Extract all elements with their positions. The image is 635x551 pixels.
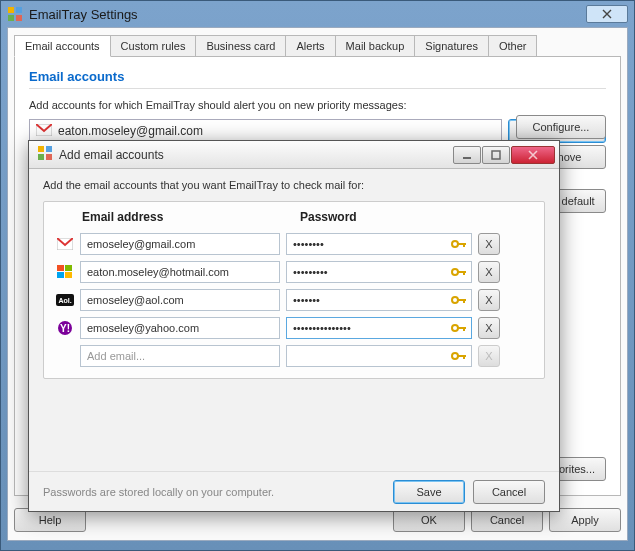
titlebar[interactable]: EmailTray Settings (1, 1, 634, 27)
remove-row-button[interactable]: X (478, 289, 500, 311)
remove-row-button[interactable]: X (478, 233, 500, 255)
account-row: Aol. emoseley@aol.com ••••••• X (56, 286, 532, 314)
minimize-button[interactable] (453, 146, 481, 164)
svg-rect-7 (38, 154, 44, 160)
dialog-footer: Passwords are stored locally on your com… (29, 471, 559, 511)
svg-rect-1 (16, 7, 22, 13)
footer-note: Passwords are stored locally on your com… (43, 486, 385, 498)
email-field[interactable]: emoseley@yahoo.com (80, 317, 280, 339)
remove-row-button[interactable]: X (478, 261, 500, 283)
svg-rect-17 (57, 272, 64, 278)
configure-button[interactable]: Configure... (516, 115, 606, 139)
yahoo-icon: Y! (56, 320, 74, 336)
maximize-button[interactable] (482, 146, 510, 164)
key-icon (451, 237, 467, 251)
svg-rect-10 (492, 151, 500, 159)
section-title: Email accounts (29, 69, 606, 89)
gmail-icon (56, 236, 74, 252)
email-field[interactable]: eaton.moseley@hotmail.com (80, 261, 280, 283)
dialog-titlebar[interactable]: Add email accounts (29, 141, 559, 169)
svg-rect-3 (16, 15, 22, 21)
remove-row-button[interactable]: X (478, 317, 500, 339)
app-icon (7, 6, 23, 22)
tab-signatures[interactable]: Signatures (414, 35, 489, 57)
svg-rect-6 (46, 146, 52, 152)
tab-other[interactable]: Other (488, 35, 538, 57)
svg-rect-26 (463, 299, 465, 303)
password-field[interactable]: ••••••••••••••• (286, 317, 472, 339)
password-field[interactable] (286, 345, 472, 367)
svg-rect-8 (46, 154, 52, 160)
svg-rect-31 (463, 327, 465, 331)
svg-point-29 (452, 325, 458, 331)
account-row: Y! emoseley@yahoo.com ••••••••••••••• X (56, 314, 532, 342)
svg-rect-14 (463, 243, 465, 247)
window-close-button[interactable] (586, 5, 628, 23)
svg-point-24 (452, 297, 458, 303)
svg-rect-9 (463, 157, 471, 159)
tab-email-accounts[interactable]: Email accounts (14, 35, 111, 57)
account-email: eaton.moseley@gmail.com (58, 124, 203, 138)
svg-rect-2 (8, 15, 14, 21)
instruction-text: Add accounts for which EmailTray should … (29, 99, 606, 111)
accounts-grid: Email address Password emoseley@gmail.co… (43, 201, 545, 379)
tab-business-card[interactable]: Business card (195, 35, 286, 57)
save-button[interactable]: Save (393, 480, 465, 504)
account-row: eaton.moseley@hotmail.com ••••••••• X (56, 258, 532, 286)
svg-point-12 (452, 241, 458, 247)
dialog-title: Add email accounts (59, 148, 164, 162)
key-icon (451, 265, 467, 279)
svg-rect-21 (463, 271, 465, 275)
svg-rect-34 (463, 355, 465, 359)
dialog-cancel-button[interactable]: Cancel (473, 480, 545, 504)
windows-icon (56, 264, 74, 280)
svg-text:Aol.: Aol. (58, 297, 71, 304)
email-field[interactable]: emoseley@aol.com (80, 289, 280, 311)
tab-alerts[interactable]: Alerts (285, 35, 335, 57)
svg-point-19 (452, 269, 458, 275)
key-icon (451, 293, 467, 307)
tab-mail-backup[interactable]: Mail backup (335, 35, 416, 57)
remove-row-button: X (478, 345, 500, 367)
svg-rect-15 (57, 265, 64, 271)
gmail-icon (36, 124, 52, 139)
account-row-empty: Add email... X (56, 342, 532, 370)
dialog-close-button[interactable] (511, 146, 555, 164)
column-email: Email address (82, 210, 300, 224)
aol-icon: Aol. (56, 292, 74, 308)
svg-rect-18 (65, 272, 72, 278)
window-title: EmailTray Settings (29, 7, 138, 22)
svg-rect-0 (8, 7, 14, 13)
key-icon (451, 321, 467, 335)
email-field[interactable]: emoseley@gmail.com (80, 233, 280, 255)
email-field[interactable]: Add email... (80, 345, 280, 367)
svg-rect-5 (38, 146, 44, 152)
app-icon (37, 145, 53, 164)
blank-icon (56, 348, 74, 364)
svg-point-32 (452, 353, 458, 359)
password-field[interactable]: ••••••••• (286, 261, 472, 283)
password-field[interactable]: ••••••• (286, 289, 472, 311)
svg-text:Y!: Y! (60, 323, 70, 334)
dialog-instruction: Add the email accounts that you want Ema… (43, 179, 545, 191)
column-password: Password (300, 210, 532, 224)
tabstrip: Email accounts Custom rules Business car… (8, 28, 627, 56)
key-icon (451, 349, 467, 363)
password-field[interactable]: •••••••• (286, 233, 472, 255)
account-row: emoseley@gmail.com •••••••• X (56, 230, 532, 258)
svg-rect-16 (65, 265, 72, 271)
tab-custom-rules[interactable]: Custom rules (110, 35, 197, 57)
add-accounts-dialog: Add email accounts Add the email account… (28, 140, 560, 512)
